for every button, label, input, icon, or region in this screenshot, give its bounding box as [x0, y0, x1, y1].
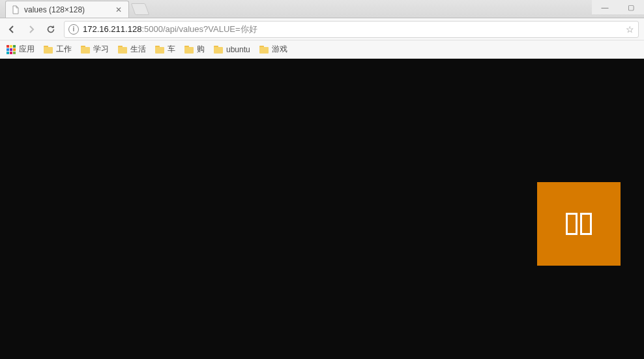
bookmark-label: 生活	[130, 44, 146, 55]
folder-icon	[155, 46, 164, 54]
browser-tab[interactable]: values (128×128) ✕	[5, 1, 129, 18]
bookmark-bar: 应用 工作 学习 生活 车 购 ubuntu 游戏	[0, 40, 644, 59]
folder-icon	[259, 46, 269, 54]
site-info-icon[interactable]: i	[68, 24, 79, 35]
bookmark-label: 工作	[56, 44, 72, 55]
new-tab-button[interactable]	[131, 3, 150, 15]
bookmark-label: 学习	[93, 44, 109, 55]
window-controls: — ▢	[592, 0, 644, 14]
url-host: 172.16.211.128	[83, 24, 141, 34]
content-viewport	[0, 59, 644, 359]
rendered-image[interactable]	[537, 182, 621, 266]
bookmark-folder[interactable]: 工作	[44, 44, 72, 55]
url-text: 172.16.211.128:5000/api/values?VALUE=你好	[83, 23, 257, 35]
bookmark-label: 游戏	[272, 44, 287, 55]
back-button[interactable]	[5, 23, 18, 36]
folder-icon	[214, 46, 223, 54]
reload-button[interactable]	[44, 23, 57, 36]
bookmark-label: ubuntu	[226, 45, 250, 54]
toolbar: i 172.16.211.128:5000/api/values?VALUE=你…	[0, 18, 644, 40]
forward-button[interactable]	[25, 23, 38, 36]
bookmark-star-icon[interactable]: ☆	[626, 24, 634, 35]
bookmark-folder[interactable]: 学习	[81, 44, 109, 55]
address-bar[interactable]: i 172.16.211.128:5000/api/values?VALUE=你…	[64, 21, 639, 38]
apps-label: 应用	[19, 44, 35, 55]
tab-strip: values (128×128) ✕ — ▢	[0, 0, 644, 18]
bookmark-label: 购	[197, 44, 205, 55]
bookmark-folder[interactable]: ubuntu	[214, 45, 250, 54]
placeholder-glyphs	[566, 213, 592, 235]
bookmark-folder[interactable]: 生活	[118, 44, 146, 55]
bookmark-label: 车	[168, 44, 175, 55]
folder-icon	[44, 46, 53, 54]
minimize-button[interactable]: —	[592, 0, 618, 14]
apps-button[interactable]: 应用	[7, 44, 35, 55]
bookmark-folder[interactable]: 车	[155, 44, 175, 55]
folder-icon	[118, 46, 127, 54]
page-icon	[11, 5, 20, 14]
bookmark-folder[interactable]: 购	[184, 44, 205, 55]
folder-icon	[184, 46, 194, 54]
tab-title: values (128×128)	[24, 5, 110, 14]
bookmark-folder[interactable]: 游戏	[259, 44, 287, 55]
apps-icon	[7, 45, 16, 54]
close-icon[interactable]: ✕	[114, 5, 123, 14]
url-rest: :5000/api/values?VALUE=你好	[141, 24, 257, 34]
maximize-button[interactable]: ▢	[618, 0, 644, 14]
folder-icon	[81, 46, 90, 54]
